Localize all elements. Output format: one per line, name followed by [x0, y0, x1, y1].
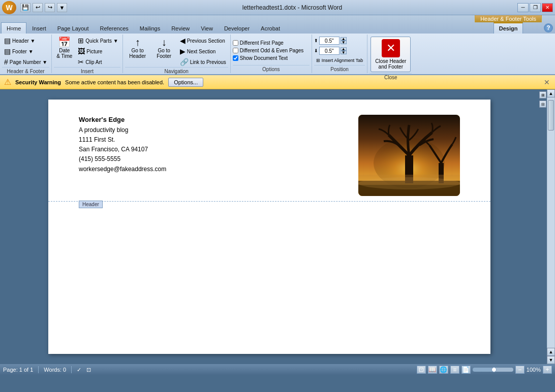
page-number-icon: #: [4, 58, 8, 66]
header-icon: ▤: [4, 37, 11, 45]
header-footer-tools-label: Header & Footer Tools: [475, 15, 542, 22]
scroll-thumb[interactable]: [548, 100, 554, 130]
goto-footer-button[interactable]: ↓ Go toFooter: [151, 36, 177, 60]
diff-odd-even-option: Different Odd & Even Pages: [233, 48, 303, 53]
document-area: Worker's Edge A productivity blog 1111 F…: [0, 89, 555, 364]
close-button[interactable]: ✕: [542, 3, 553, 12]
office-button[interactable]: W: [2, 1, 16, 14]
header-button[interactable]: ▤ Header ▼: [2, 36, 49, 46]
header-position-field: ⬆ ▲ ▼: [314, 37, 347, 45]
scroll-down-button-2[interactable]: ▼: [547, 356, 555, 364]
footer-button[interactable]: ▤ Footer ▼: [2, 46, 49, 56]
qat-redo[interactable]: ↪: [45, 3, 55, 12]
insert-alignment-button[interactable]: ⊞ Insert Alignment Tab: [314, 57, 365, 64]
prev-section-button[interactable]: ◀ Previous Section: [178, 36, 228, 46]
qat-more[interactable]: ▼: [57, 3, 67, 12]
status-sep-1: [38, 366, 39, 373]
next-section-button[interactable]: ▶ Next Section: [178, 46, 228, 56]
zoom-level: 100%: [527, 367, 541, 373]
date-time-icon: 📅: [58, 37, 71, 47]
view-web-button[interactable]: 🌐: [439, 366, 448, 374]
quick-parts-icon: ⊞: [78, 37, 84, 45]
footer-position-spinner: ▲ ▼: [341, 47, 347, 54]
footer-pos-down[interactable]: ▼: [341, 51, 347, 54]
zoom-slider[interactable]: [473, 368, 513, 372]
footer-position-input[interactable]: [319, 47, 340, 55]
picture-button[interactable]: 🖼 Picture: [76, 46, 120, 56]
status-sep-2: [71, 366, 72, 373]
header-position-spinner: ▲ ▼: [341, 37, 347, 44]
diff-odd-even-checkbox[interactable]: [233, 48, 238, 53]
tab-references[interactable]: References: [95, 22, 134, 34]
side-tool-2[interactable]: ⊟: [539, 101, 546, 108]
tab-design[interactable]: Design: [494, 22, 523, 34]
tab-page-layout[interactable]: Page Layout: [52, 22, 95, 34]
header-image: [358, 115, 460, 196]
security-options-button[interactable]: Options...: [168, 78, 203, 87]
ribbon-group-header-footer: ▤ Header ▼ ▤ Footer ▼ # Page Number ▼ He…: [0, 35, 52, 73]
tab-developer[interactable]: Developer: [219, 22, 255, 34]
layout-icon[interactable]: ⊡: [86, 367, 91, 373]
zoom-out-button[interactable]: −: [515, 366, 525, 374]
tab-home[interactable]: Home: [1, 22, 26, 34]
header-label: Header: [79, 201, 103, 208]
scroll-up-button[interactable]: ▲: [547, 89, 555, 97]
scroll-down-button-1[interactable]: ▲: [547, 348, 555, 356]
tab-mailings[interactable]: Mailings: [134, 22, 166, 34]
email: workersedge@fakeaddress.com: [79, 165, 166, 174]
close-header-footer-button[interactable]: ✕ Close Headerand Footer: [371, 37, 411, 72]
next-section-icon: ▶: [180, 47, 186, 55]
ribbon-group-position: ⬆ ▲ ▼ ⬇ ▲ ▼ ⊞ Insert: [312, 35, 367, 73]
view-normal-button[interactable]: ⊡: [417, 366, 426, 374]
status-right: ⊡ 📖 🌐 ≡ 📄 − 100% +: [417, 366, 552, 374]
goto-header-button[interactable]: ↑ Go toHeader: [125, 36, 150, 60]
view-draft-button[interactable]: 📄: [461, 366, 471, 374]
diff-first-checkbox[interactable]: [233, 40, 238, 46]
close-hf-icon: ✕: [382, 39, 400, 57]
view-outline-button[interactable]: ≡: [450, 366, 459, 374]
side-tool-1[interactable]: ⊞: [539, 91, 546, 99]
ribbon-group-navigation: ↑ Go toHeader ↓ Go toFooter ◀ Previous S…: [123, 35, 231, 73]
prev-section-icon: ◀: [180, 37, 186, 45]
goto-header-icon: ↑: [135, 37, 140, 47]
vertical-scrollbar[interactable]: ▲ ▲ ▼: [547, 89, 555, 364]
options-group-label: Options: [233, 65, 310, 72]
company-name: Worker's Edge: [79, 115, 166, 125]
tagline: A productivity blog: [79, 125, 166, 135]
security-message: Some active content has been disabled.: [65, 79, 164, 85]
title-bar: W 💾 ↩ ↪ ▼ letterheadtest1.dotx - Microso…: [0, 0, 555, 15]
qat-undo[interactable]: ↩: [33, 3, 43, 12]
zoom-in-button[interactable]: +: [543, 366, 552, 374]
date-time-button[interactable]: 📅 Date& Time: [54, 36, 75, 60]
link-prev-button[interactable]: 🔗 Link to Previous: [178, 57, 228, 67]
title-bar-left: W 💾 ↩ ↪ ▼: [2, 1, 67, 14]
document-scroll-area: Worker's Edge A productivity blog 1111 F…: [0, 89, 539, 364]
security-close-button[interactable]: ✕: [543, 78, 551, 86]
zoom-thumb[interactable]: [491, 367, 497, 372]
show-doc-text-checkbox[interactable]: [233, 55, 238, 61]
tab-review[interactable]: Review: [166, 22, 195, 34]
tab-insert[interactable]: Insert: [26, 22, 52, 34]
side-tools: ⊞ ⊟: [539, 89, 547, 364]
page-number-button[interactable]: # Page Number ▼: [2, 57, 49, 67]
security-bar: ⚠ Security Warning Some active content h…: [0, 75, 555, 89]
restore-button[interactable]: ❐: [530, 3, 541, 12]
ribbon-group-options: Different First Page Different Odd & Eve…: [231, 35, 312, 73]
qat-save[interactable]: 💾: [20, 3, 30, 12]
proofing-icon[interactable]: ✓: [77, 367, 81, 373]
link-icon: 🔗: [180, 58, 189, 66]
header-position-input[interactable]: [319, 37, 340, 45]
security-warning-icon: ⚠: [4, 77, 11, 87]
tab-acrobat[interactable]: Acrobat: [255, 22, 286, 34]
clip-art-button[interactable]: ✂ Clip Art: [76, 57, 120, 67]
header-pos-down[interactable]: ▼: [341, 41, 347, 44]
tab-view[interactable]: View: [195, 22, 219, 34]
document-body[interactable]: [48, 202, 490, 354]
ribbon-tab-area: Home Insert Page Layout References Maili…: [0, 15, 555, 34]
help-button[interactable]: ?: [544, 23, 553, 32]
goto-footer-icon: ↓: [162, 37, 167, 47]
footer-icon: ▤: [4, 47, 11, 55]
quick-parts-button[interactable]: ⊞ Quick Parts ▼: [76, 36, 120, 46]
minimize-button[interactable]: ─: [517, 3, 529, 12]
view-reading-button[interactable]: 📖: [428, 366, 437, 374]
